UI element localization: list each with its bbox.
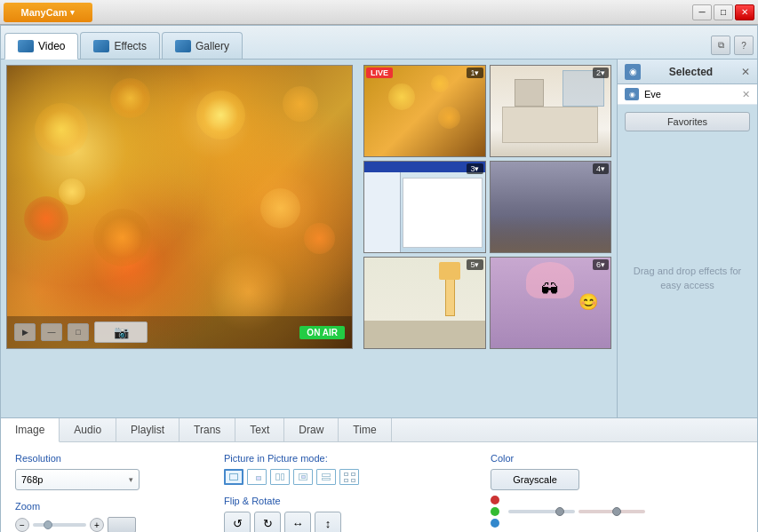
green-dot bbox=[491, 507, 499, 516]
on-air-badge: ON AIR bbox=[299, 326, 345, 339]
thumbnail-6[interactable]: 🕶 😊 6▾ bbox=[490, 257, 612, 349]
red-slider-right[interactable] bbox=[578, 510, 645, 513]
resolution-group: Resolution 768p ▾ Zoom − + bbox=[15, 453, 206, 532]
toolbar-right: ⧉ ? bbox=[711, 36, 754, 59]
pip-half-button[interactable] bbox=[316, 469, 336, 485]
title-bar-controls: ─ □ ✕ bbox=[692, 4, 754, 20]
thumb-1-badge: 1▾ bbox=[467, 67, 483, 78]
video-record-button[interactable]: ▶ bbox=[14, 323, 36, 341]
thumb-5-badge: 5▾ bbox=[467, 259, 483, 270]
pip-quarter-button[interactable] bbox=[247, 469, 267, 485]
color-sliders: ☀ ◑ bbox=[491, 496, 743, 532]
rotate-right-button[interactable]: ↻ bbox=[254, 512, 281, 532]
video-mode-button[interactable]: — bbox=[41, 323, 62, 341]
tab-video[interactable]: Video bbox=[4, 33, 78, 60]
selected-item-name: Eve bbox=[644, 89, 737, 99]
selected-close-icon[interactable]: ✕ bbox=[741, 66, 750, 78]
title-bar-left: ManyCam bbox=[4, 3, 92, 22]
btab-time[interactable]: Time bbox=[339, 418, 391, 441]
item-remove-icon[interactable]: ✕ bbox=[742, 89, 750, 100]
selected-item-eve: ◉ Eve ✕ bbox=[618, 84, 757, 105]
flip-vertical-button[interactable]: ↕ bbox=[315, 512, 341, 532]
tab-bar: Video Effects Gallery ⧉ ? bbox=[1, 26, 757, 60]
zoom-plus-button[interactable]: + bbox=[90, 518, 104, 532]
snapshot-button[interactable]: 📷 bbox=[94, 322, 148, 343]
tab-gallery-label: Gallery bbox=[195, 40, 229, 52]
main-window: Video Effects Gallery ⧉ ? bbox=[0, 25, 758, 532]
btab-trans[interactable]: Trans bbox=[180, 418, 235, 441]
main-video-preview: ▶ — □ 📷 ON AIR bbox=[6, 65, 353, 349]
gallery-tab-icon bbox=[175, 40, 191, 52]
effects-tab-icon bbox=[93, 40, 109, 52]
thumbnail-1[interactable]: LIVE 1▾ bbox=[363, 65, 486, 157]
red-dot bbox=[491, 496, 499, 504]
video-tab-icon bbox=[18, 40, 34, 52]
color-label: Color bbox=[491, 453, 743, 464]
selected-eye-icon: ◉ bbox=[625, 64, 641, 80]
thumbnail-3[interactable]: 3▾ bbox=[363, 161, 486, 253]
live-badge: LIVE bbox=[366, 67, 393, 78]
thumb-4-badge: 4▾ bbox=[593, 163, 609, 174]
pip-buttons bbox=[224, 469, 473, 485]
btab-audio[interactable]: Audio bbox=[60, 418, 116, 441]
tab-effects-label: Effects bbox=[114, 40, 146, 52]
tab-gallery[interactable]: Gallery bbox=[162, 32, 243, 59]
drag-hint-text: Drag and drop effects for easy access bbox=[618, 139, 757, 417]
pip-grid-button[interactable] bbox=[339, 469, 359, 485]
red-slider-thumb[interactable] bbox=[555, 507, 564, 516]
zoom-minus-button[interactable]: − bbox=[15, 518, 29, 532]
controls-panel: Resolution 768p ▾ Zoom − + Picture in Pi bbox=[1, 442, 757, 532]
selected-header: ◉ Selected ✕ bbox=[618, 60, 757, 84]
tab-video-label: Video bbox=[38, 40, 65, 52]
thumb-3-badge: 3▾ bbox=[467, 163, 483, 174]
selected-title: Selected bbox=[669, 66, 713, 78]
resolution-select-arrow: ▾ bbox=[129, 475, 133, 484]
zoom-slider-thumb[interactable] bbox=[44, 520, 52, 529]
color-group: Color Grayscale bbox=[491, 453, 743, 532]
thumbnail-4[interactable]: 4▾ bbox=[490, 161, 612, 253]
close-button[interactable]: ✕ bbox=[735, 4, 754, 20]
btab-text[interactable]: Text bbox=[235, 418, 284, 441]
pip-side-button[interactable] bbox=[270, 469, 290, 485]
zoom-controls: − + bbox=[15, 517, 206, 532]
thumbnail-2[interactable]: 2▾ bbox=[490, 65, 612, 157]
content-area: ▶ — □ 📷 ON AIR LIVE 1▾ bbox=[1, 60, 757, 417]
red-slider-right-thumb[interactable] bbox=[612, 507, 621, 516]
help-button[interactable]: ? bbox=[734, 36, 754, 55]
bottom-tabs: Image Audio Playlist Trans Text Draw Tim… bbox=[1, 418, 757, 442]
resolution-select[interactable]: 768p ▾ bbox=[15, 469, 140, 490]
video-snapshot-button[interactable]: □ bbox=[68, 323, 89, 341]
btab-draw[interactable]: Draw bbox=[284, 418, 339, 441]
maximize-button[interactable]: □ bbox=[714, 4, 733, 20]
zoom-handle[interactable] bbox=[108, 517, 136, 532]
thumbnail-5[interactable]: 5▾ bbox=[363, 257, 486, 349]
restore-button[interactable]: ⧉ bbox=[711, 36, 730, 55]
red-slider-track[interactable] bbox=[508, 510, 575, 513]
video-placeholder bbox=[7, 66, 352, 348]
flip-buttons: ↺ ↻ ↔ ↕ bbox=[224, 512, 473, 532]
pip-fullscreen-button[interactable] bbox=[224, 469, 243, 485]
flip-label: Flip & Rotate bbox=[224, 496, 473, 506]
tab-effects[interactable]: Effects bbox=[80, 32, 159, 59]
thumbnails-grid: LIVE 1▾ 2▾ 3▾ 4▾ bbox=[358, 60, 617, 354]
video-controls: ▶ — □ 📷 ON AIR bbox=[7, 316, 352, 348]
favorites-button[interactable]: Favorites bbox=[625, 112, 750, 131]
zoom-slider[interactable] bbox=[33, 523, 86, 527]
bottom-section: Image Audio Playlist Trans Text Draw Tim… bbox=[1, 417, 757, 532]
rotate-left-button[interactable]: ↺ bbox=[224, 512, 251, 532]
thumb-6-badge: 6▾ bbox=[593, 259, 609, 270]
color-slider-row-rgb bbox=[491, 496, 743, 528]
flip-horizontal-button[interactable]: ↔ bbox=[284, 512, 311, 532]
btab-image[interactable]: Image bbox=[1, 418, 60, 442]
pip-center-button[interactable] bbox=[293, 469, 313, 485]
zoom-label: Zoom bbox=[15, 501, 206, 512]
item-eye-icon: ◉ bbox=[625, 88, 639, 100]
right-panel: ◉ Selected ✕ ◉ Eve ✕ Favorites Drag and … bbox=[617, 60, 757, 417]
pip-group: Picture in Picture mode: bbox=[224, 453, 473, 532]
btab-playlist[interactable]: Playlist bbox=[116, 418, 180, 441]
app-logo[interactable]: ManyCam bbox=[4, 3, 92, 22]
minimize-button[interactable]: ─ bbox=[692, 4, 712, 20]
pip-label: Picture in Picture mode: bbox=[224, 453, 473, 464]
grayscale-button[interactable]: Grayscale bbox=[491, 469, 579, 490]
blue-dot bbox=[491, 519, 499, 528]
